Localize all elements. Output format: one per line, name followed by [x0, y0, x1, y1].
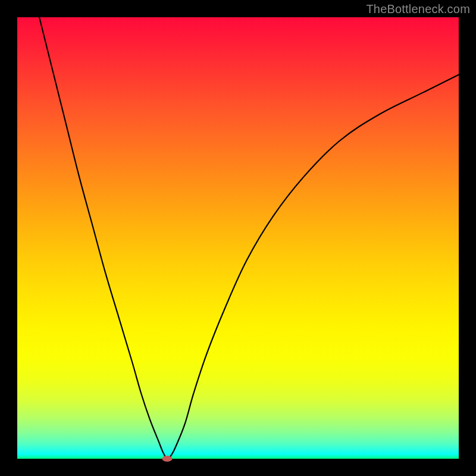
plot-area: [17, 17, 459, 459]
chart-frame: TheBottleneck.com: [0, 0, 476, 476]
optimal-point-marker: [162, 456, 173, 462]
curve-svg: [17, 17, 459, 459]
bottleneck-curve: [39, 17, 459, 459]
watermark-text: TheBottleneck.com: [366, 2, 470, 16]
